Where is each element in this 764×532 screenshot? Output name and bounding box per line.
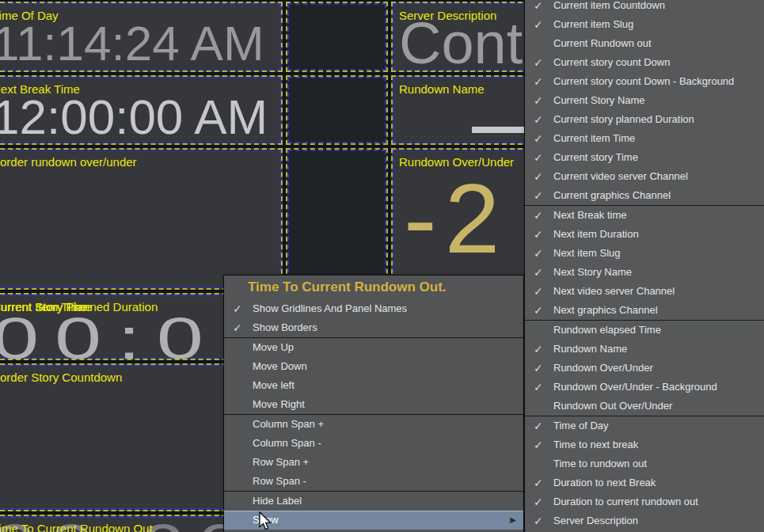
checkmark-icon: ✓	[534, 225, 549, 244]
menu-item-time-of-day[interactable]: ✓Time of Day	[525, 416, 764, 435]
time-of-day-value: 11:14:24 AM	[0, 19, 264, 68]
menu-item-server-description[interactable]: ✓Server Description	[525, 511, 764, 530]
menu-item-label: Server Description	[553, 515, 638, 526]
panel-time-of-day[interactable]: Time Of Day 11:14:24 AM	[0, 2, 283, 72]
menu-item-hide-label[interactable]: Hide Label	[224, 492, 523, 511]
panel-label: Border Story Countdown	[0, 370, 122, 384]
rundown-over-under-value: -2	[404, 169, 507, 268]
menu-item-show-gridlines-and-panel-names[interactable]: ✓Show Gridlines And Panel Names	[224, 299, 523, 318]
menu-item-next-item-slug[interactable]: ✓Next item Slug	[525, 244, 764, 263]
menu-item-current-story-count-down-background[interactable]: ✓Current story count Down - Background	[525, 72, 764, 91]
menu-item-label: Current story planned Duration	[553, 113, 694, 125]
menu-item-label: Current item Slug	[553, 18, 633, 30]
menu-group: ✓Current item Countdown✓Current item Slu…	[525, 0, 764, 205]
menu-item-label: Next Break time	[553, 209, 626, 221]
checkmark-icon: ✓	[534, 301, 549, 320]
menu-item-row-span[interactable]: Row Span -	[224, 472, 523, 491]
context-menu: Time To Current Rundown Out. ✓Show Gridl…	[223, 275, 524, 532]
menu-item-label: Current Rundown out	[553, 37, 652, 49]
menu-item-label: Column Span +	[253, 418, 324, 430]
checkmark-icon: ✓	[534, 129, 549, 148]
story-planned-duration-value: 00:0	[0, 309, 219, 368]
menu-group: Column Span +Column Span -Row Span +Row …	[224, 414, 523, 491]
checkmark-icon: ✓	[534, 416, 549, 435]
checkmark-icon: ✓	[534, 492, 549, 511]
checkmark-icon: ✓	[534, 15, 549, 34]
checkmark-icon: ✓	[534, 148, 549, 167]
menu-item-next-story-name[interactable]: ✓Next Story Name	[525, 263, 764, 282]
menu-item-current-item-time[interactable]: ✓Current item Time	[525, 129, 764, 148]
menu-item-next-item-duration[interactable]: ✓Next item Duration	[525, 225, 764, 244]
panel-border-rundown-over-under[interactable]: Border rundown over/under	[0, 148, 283, 290]
menu-item-column-span[interactable]: Column Span -	[224, 434, 523, 453]
menu-item-time-to-next-break[interactable]: ✓Time to next break	[525, 435, 764, 454]
checkmark-icon: ✓	[534, 282, 549, 301]
menu-item-next-graphics-channel[interactable]: ✓Next graphics Channel	[525, 301, 764, 320]
menu-item-label: Row Span +	[253, 456, 309, 468]
empty-grid-cell[interactable]	[286, 148, 388, 290]
menu-item-move-down[interactable]: Move Down	[224, 357, 523, 376]
menu-item-current-story-count-down[interactable]: ✓Current story count Down	[525, 53, 764, 72]
checkmark-icon: ✓	[534, 511, 549, 530]
menu-item-label: Current story Time	[553, 151, 638, 163]
panel-label: Server Description	[399, 9, 496, 22]
menu-item-label: Next graphics Channel	[553, 304, 658, 316]
menu-item-label: Move Up	[253, 341, 294, 353]
menu-item-label: Time to rundown out	[553, 458, 647, 469]
panel-next-break-time[interactable]: Next Break Time 12:00:00 AM	[0, 75, 283, 145]
menu-item-current-item-slug[interactable]: ✓Current item Slug	[525, 15, 764, 34]
menu-item-label: Current Story Name	[553, 94, 645, 106]
menu-item-label: Move left	[253, 379, 295, 391]
panel-label: Time To Current Rundown Out.	[0, 522, 156, 532]
menu-item-label: Rundown Name	[553, 343, 627, 355]
panel-label: Time Of Day	[0, 9, 59, 22]
menu-item-current-story-name[interactable]: ✓Current Story Name	[525, 91, 764, 110]
menu-item-current-video-server-channel[interactable]: ✓Current video server Channel	[525, 167, 764, 186]
menu-item-move-right[interactable]: Move Right	[224, 395, 523, 414]
menu-item-move-up[interactable]: Move Up	[224, 338, 523, 357]
menu-item-rundown-over-under[interactable]: ✓Rundown Over/Under	[525, 359, 764, 378]
menu-item-time-to-rundown-out[interactable]: Time to rundown out	[525, 454, 764, 473]
menu-item-label: Current item Countdown	[553, 0, 665, 11]
checkmark-icon: ✓	[534, 53, 549, 72]
menu-item-label: Move Down	[253, 360, 307, 372]
menu-item-label: Current graphics Channel	[553, 189, 671, 201]
menu-item-rundown-elapsed-time[interactable]: Rundown elapsed Time	[525, 321, 764, 340]
menu-item-move-left[interactable]: Move left	[224, 376, 523, 395]
menu-item-rundown-out-over-under[interactable]: Rundown Out Over/Under	[525, 397, 764, 416]
checkmark-icon: ✓	[534, 0, 549, 15]
menu-item-next-break-time[interactable]: ✓Next Break time	[525, 206, 764, 225]
menu-item-next-video-server-channel[interactable]: ✓Next video server Channel	[525, 282, 764, 301]
checkmark-icon: ✓	[534, 359, 549, 378]
menu-item-current-graphics-channel[interactable]: ✓Current graphics Channel	[525, 186, 764, 205]
menu-item-label: Current video server Channel	[553, 170, 688, 182]
menu-item-duration-to-current-rundown-out[interactable]: ✓Duration to current rundown out	[525, 492, 764, 511]
menu-item-current-rundown-out[interactable]: Current Rundown out	[525, 34, 764, 53]
checkmark-icon: ✓	[534, 91, 549, 110]
menu-item-rundown-over-under-background[interactable]: ✓Rundown Over/Under - Background	[525, 378, 764, 397]
menu-group: Rundown elapsed Time✓Rundown Name✓Rundow…	[525, 320, 764, 416]
checkmark-icon: ✓	[534, 263, 549, 282]
menu-item-label: Time of Day	[553, 420, 609, 431]
panel-label: Border rundown over/under	[0, 155, 137, 169]
server-description-value: Cont	[399, 14, 523, 73]
menu-item-label: Hide Label	[253, 495, 302, 507]
menu-item-current-item-countdown[interactable]: ✓Current item Countdown	[525, 0, 764, 15]
submenu-arrow-icon: ▶	[510, 511, 516, 529]
empty-grid-cell[interactable]	[286, 2, 388, 72]
menu-item-column-span[interactable]: Column Span +	[224, 415, 523, 434]
checkmark-icon: ✓	[534, 473, 549, 492]
menu-group: ✓Next Break time✓Next item Duration✓Next…	[525, 205, 764, 320]
menu-item-label: Next item Slug	[553, 247, 621, 259]
empty-grid-cell[interactable]	[286, 75, 388, 145]
menu-item-current-story-planned-duration[interactable]: ✓Current story planned Duration	[525, 110, 764, 129]
menu-item-duration-to-next-break[interactable]: ✓Duration to next Break	[525, 473, 764, 492]
menu-item-show-borders[interactable]: ✓Show Borders	[224, 318, 523, 337]
menu-item-label: Current item Time	[553, 132, 635, 144]
menu-item-current-story-time[interactable]: ✓Current story Time	[525, 148, 764, 167]
menu-item-row-span[interactable]: Row Span +	[224, 453, 523, 472]
checkmark-icon: ✓	[534, 435, 549, 454]
menu-item-label: Rundown Over/Under	[553, 362, 653, 374]
menu-item-rundown-name[interactable]: ✓Rundown Name	[525, 340, 764, 359]
checkmark-icon: ✓	[233, 299, 249, 318]
